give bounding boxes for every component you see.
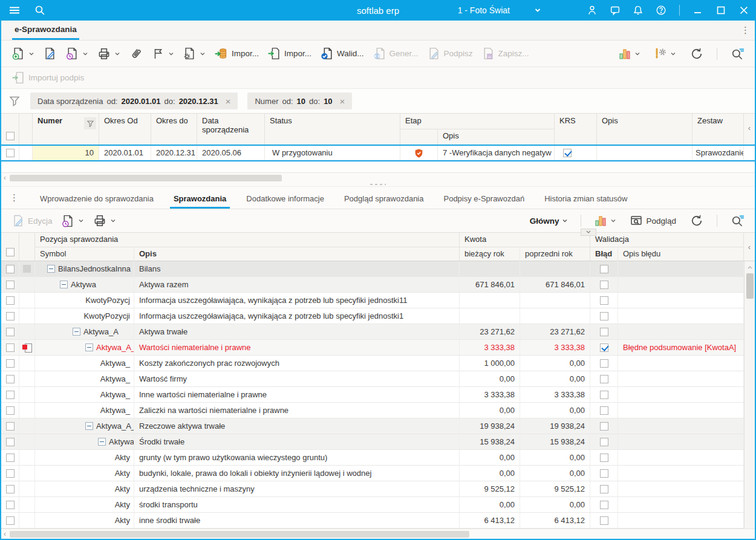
table-row[interactable]: Aktywa_A_IIRzeczowe aktywa trwałe19 938,… (1, 418, 755, 434)
row-select-checkbox[interactable] (6, 422, 15, 431)
opis-cell[interactable]: grunty (w tym prawo użytkowania wieczyst… (134, 450, 460, 465)
symbol-cell[interactable]: Aktywa_ (35, 403, 134, 418)
opis-cell[interactable]: Inne wartości niematerialne i prawne (134, 387, 460, 402)
kwota-poprzedni-cell[interactable]: 0,00 (520, 371, 590, 386)
expand-groups-button[interactable] (581, 229, 596, 236)
table-row[interactable]: Aktybudynki, lokale, prawa do lokali i o… (1, 466, 755, 481)
column-header-numer[interactable]: Numer (33, 114, 99, 145)
kwota-poprzedni-cell[interactable]: 0,00 (520, 450, 590, 465)
blad-checkbox[interactable] (600, 375, 608, 383)
kwota-biezacy-cell[interactable]: 0,00 (460, 403, 520, 418)
opis-cell[interactable]: Informacja uszczegóławiająca, wynikająca… (134, 293, 460, 308)
blad-checkbox[interactable] (600, 406, 608, 415)
table-row[interactable]: Aktywa_Inne wartości niematerialne i pra… (1, 387, 755, 403)
collapse-node-icon[interactable] (85, 343, 93, 351)
collapse-node-icon[interactable] (85, 422, 93, 430)
table-row[interactable]: Aktywa_A_IWartości niematerialne i prawn… (1, 340, 755, 356)
tab-wprowadzenie-do-sprawozdania[interactable]: Wprowadzenie do sprawozdania (39, 188, 155, 208)
cell-zestaw[interactable]: Sprawozdanie roc (692, 146, 744, 160)
opis-cell[interactable]: Koszty zakończonych prac rozwojowych (134, 356, 460, 371)
column-header-symbol[interactable]: Symbol (35, 247, 134, 261)
opis-cell[interactable]: Aktywa trwałe (134, 324, 460, 339)
symbol-cell[interactable]: Aktywa_ (35, 387, 134, 402)
print-positions-button[interactable] (88, 212, 120, 230)
positions-grid-vscrollbar[interactable] (744, 261, 755, 529)
row-select-checkbox[interactable] (6, 391, 15, 399)
collapse-panel-icon[interactable]: ‹ (748, 123, 751, 132)
symbol-cell[interactable]: Aktywa_A (35, 324, 134, 339)
blad-checkbox[interactable] (600, 281, 608, 289)
import-from-db-button[interactable]: Impor... (210, 45, 263, 63)
select-all-positions-checkbox[interactable] (6, 248, 15, 256)
kwota-biezacy-cell[interactable]: 3 333,38 (460, 387, 520, 402)
cell-okres-do[interactable]: 2020.12.31 (151, 146, 197, 160)
kwota-biezacy-cell[interactable]: 19 938,24 (460, 418, 520, 434)
kwota-biezacy-cell[interactable]: 1 000,00 (460, 356, 520, 371)
document-settings-button[interactable] (178, 45, 210, 62)
column-filter-icon[interactable] (84, 117, 96, 129)
kwota-poprzedni-cell[interactable]: 0,00 (520, 403, 590, 418)
opis-bledu-cell[interactable] (618, 324, 744, 339)
table-row[interactable]: KwotyPozycjInformacja uszczegóławiająca,… (1, 293, 755, 308)
tab-historia-zmian-status-w[interactable]: Historia zmian statusów (543, 188, 628, 208)
table-row[interactable]: Aktyinne środki trwałe6 413,126 413,12 (1, 513, 755, 529)
edit-report-button[interactable] (39, 45, 61, 62)
row-select-checkbox[interactable] (6, 406, 15, 415)
cell-data-sporzadzenia[interactable]: 2020.05.06 (197, 146, 265, 160)
opis-bledu-cell[interactable] (618, 293, 744, 308)
table-row[interactable]: Aktygrunty (w tym prawo użytkowania wiec… (1, 450, 755, 466)
row-select-checkbox[interactable] (6, 501, 15, 509)
blad-checkbox[interactable] (600, 422, 608, 431)
kwota-biezacy-cell[interactable] (460, 293, 520, 308)
select-all-checkbox[interactable] (6, 132, 15, 140)
cell-okres-od[interactable]: 2020.01.01 (99, 146, 151, 160)
opis-bledu-cell[interactable] (618, 497, 744, 512)
flag-button[interactable] (148, 45, 178, 62)
splitter-handle[interactable] (370, 184, 386, 185)
chart-button[interactable] (614, 45, 645, 62)
opis-bledu-cell[interactable] (618, 261, 744, 276)
blad-checkbox[interactable] (600, 296, 608, 305)
blad-checkbox[interactable] (600, 312, 608, 320)
row-select-checkbox[interactable] (6, 312, 15, 320)
positions-grid-hscrollbar[interactable]: ‹ (1, 529, 755, 539)
opis-bledu-cell[interactable] (618, 403, 744, 418)
row-select-checkbox[interactable] (6, 375, 15, 383)
opis-cell[interactable]: inne środki trwałe (134, 513, 460, 528)
table-row[interactable]: AktywaAktywa razem671 846,01671 846,01 (1, 277, 755, 293)
column-group-kwota[interactable]: Kwota bieżący rok poprzedni rok (460, 233, 590, 261)
vscroll-thumb[interactable] (746, 273, 754, 299)
table-row[interactable]: Aktywa_AAktywa trwałe23 271,6223 271,62 (1, 324, 755, 340)
opis-cell[interactable]: Aktywa razem (134, 277, 460, 292)
blad-checkbox[interactable] (600, 516, 608, 525)
kwota-poprzedni-cell[interactable]: 0,00 (520, 466, 590, 481)
column-header-opis-bledu[interactable]: Opis błędu (618, 247, 744, 261)
opis-cell[interactable]: Wartość firmy (134, 371, 460, 386)
symbol-cell[interactable]: Aktywa_A_I (35, 340, 134, 355)
row-select-checkbox[interactable] (6, 516, 15, 525)
column-group-walidacja[interactable]: Walidacja Błąd Opis błędu (590, 233, 744, 261)
symbol-cell[interactable]: Akty (35, 466, 134, 481)
report-row-selected[interactable]: 10 2020.01.01 2020.12.31 2020.05.06 W pr… (1, 145, 755, 161)
collapse-node-icon[interactable] (73, 328, 80, 336)
column-header-etap[interactable]: Etap Opis (400, 114, 555, 145)
kwota-poprzedni-cell[interactable]: 6 413,12 (520, 513, 590, 528)
remove-filter-icon[interactable]: × (340, 97, 345, 106)
module-tab-esprawozdania[interactable]: e-Sprawozdania (12, 25, 79, 40)
blad-checkbox[interactable] (600, 265, 608, 273)
collapse-node-icon[interactable] (60, 281, 68, 288)
opis-cell[interactable]: Informacja uszczegóławiająca, wynikająca… (134, 308, 460, 324)
table-row[interactable]: Aktywa_Koszty zakończonych prac rozwojow… (1, 356, 755, 371)
kwota-biezacy-cell[interactable]: 0,00 (460, 497, 520, 512)
kwota-biezacy-cell[interactable]: 9 525,12 (460, 481, 520, 496)
opis-bledu-cell[interactable] (618, 513, 744, 528)
kwota-poprzedni-cell[interactable]: 0,00 (520, 497, 590, 512)
symbol-cell[interactable]: Aktywa_ (35, 434, 134, 449)
collapse-panel-icon[interactable]: ‹ (748, 242, 751, 252)
row-select-checkbox[interactable] (6, 359, 15, 368)
scroll-left-icon[interactable]: ‹ (4, 530, 6, 538)
column-header-etap-opis[interactable]: Opis (438, 129, 464, 145)
opis-cell[interactable]: budynki, lokale, prawa do lokali i obiek… (134, 466, 460, 481)
report-history-button[interactable] (61, 45, 93, 62)
cell-opis[interactable] (597, 146, 692, 160)
